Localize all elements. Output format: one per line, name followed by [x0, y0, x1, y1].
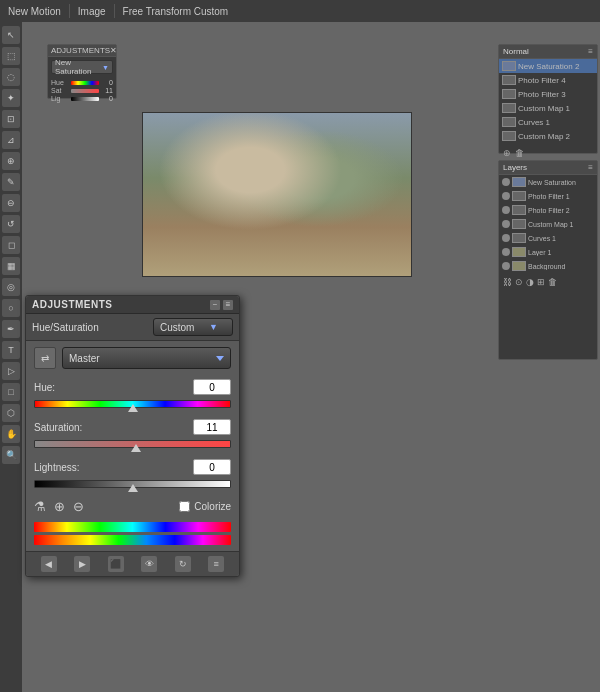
hue-label: Hue:	[34, 382, 55, 393]
gradient-tool[interactable]: ▦	[2, 257, 20, 275]
link-layers-icon[interactable]: ⛓	[503, 277, 512, 287]
adj-small-dropdown[interactable]: New Saturation ▼	[51, 60, 113, 74]
layer-name-5: Curves 1	[528, 235, 594, 242]
adj-panel-minimize[interactable]: −	[210, 300, 220, 310]
history-label-5: Curves 1	[518, 118, 594, 127]
eraser-tool[interactable]: ◻	[2, 236, 20, 254]
history-label-6: Custom Map 2	[518, 132, 594, 141]
path-selection-tool[interactable]: ▷	[2, 362, 20, 380]
layer-thumb-main	[512, 247, 526, 257]
right-panel-top-controls[interactable]: ≡	[588, 47, 593, 56]
left-tool-panel: ↖ ⬚ ◌ ✦ ⊡ ⊿ ⊕ ✎ ⊖ ↺ ◻ ▦ ◎ ○ ✒ T ▷ □ ⬡ ✋ …	[0, 22, 22, 692]
type-tool[interactable]: T	[2, 341, 20, 359]
adj-small-close[interactable]: ✕	[110, 46, 117, 55]
light-thumb[interactable]	[128, 484, 138, 492]
adj-hue-sat-dropdown[interactable]: Custom ▼	[153, 318, 233, 336]
blur-tool[interactable]: ◎	[2, 278, 20, 296]
adj-small-sat-label: Sat	[51, 87, 69, 94]
adj-small-sat-track[interactable]	[71, 89, 99, 93]
hue-value-input[interactable]: 0	[193, 379, 231, 395]
new-layer-icon[interactable]: ⊞	[537, 277, 545, 287]
history-row-5[interactable]: Curves 1	[499, 115, 597, 129]
layers-controls[interactable]: ≡	[588, 163, 593, 172]
3d-tool[interactable]: ⬡	[2, 404, 20, 422]
layer-eye-2[interactable]	[502, 192, 510, 200]
panel-delete-icon[interactable]: 🗑	[515, 148, 524, 158]
hue-thumb[interactable]	[128, 404, 138, 412]
layer-adjustment-5[interactable]: Curves 1	[499, 231, 597, 245]
adj-expand-button[interactable]: ⬛	[108, 556, 124, 572]
marquee-tool[interactable]: ⬚	[2, 47, 20, 65]
layer-eye-bg[interactable]	[502, 262, 510, 270]
hand-tool[interactable]: ✋	[2, 425, 20, 443]
adj-small-light-track[interactable]	[71, 97, 99, 101]
eyedropper-subtract-icon[interactable]: ⊖	[73, 499, 84, 514]
colorize-checkbox[interactable]	[179, 501, 190, 512]
magic-wand-tool[interactable]: ✦	[2, 89, 20, 107]
layer-main[interactable]: Layer 1	[499, 245, 597, 259]
new-fill-icon[interactable]: ◑	[526, 277, 534, 287]
layer-background[interactable]: Background	[499, 259, 597, 273]
brush-tool[interactable]: ✎	[2, 173, 20, 191]
zoom-tool[interactable]: 🔍	[2, 446, 20, 464]
layer-adjustment-4[interactable]: Custom Map 1	[499, 217, 597, 231]
clone-stamp-tool[interactable]: ⊖	[2, 194, 20, 212]
panel-create-icon[interactable]: ⊕	[503, 148, 511, 158]
add-mask-icon[interactable]: ⊙	[515, 277, 523, 287]
layer-adjustment-1[interactable]: New Saturation	[499, 175, 597, 189]
menu-image[interactable]: Image	[74, 5, 110, 18]
eyedropper-tool[interactable]: ⊿	[2, 131, 20, 149]
eyedropper-row: ⚗ ⊕ ⊖ Colorize	[34, 499, 231, 514]
menu-new-motion[interactable]: New Motion	[4, 5, 65, 18]
layer-eye-3[interactable]	[502, 206, 510, 214]
sat-thumb[interactable]	[131, 444, 141, 452]
adj-menu-button[interactable]: ≡	[208, 556, 224, 572]
right-panel-top-header: Normal ≡	[499, 45, 597, 59]
shape-tool[interactable]: □	[2, 383, 20, 401]
hue-track-container	[34, 397, 231, 411]
history-row-1[interactable]: New Saturation 2	[499, 59, 597, 73]
eyedropper-sample-icon[interactable]: ⚗	[34, 499, 46, 514]
adj-panel-bottom-toolbar: ◀ ▶ ⬛ 👁 ↻ ≡	[26, 551, 239, 576]
layer-eye-4[interactable]	[502, 220, 510, 228]
eyedropper-add-icon[interactable]: ⊕	[54, 499, 65, 514]
adj-prev-button[interactable]: ◀	[41, 556, 57, 572]
history-label-3: Photo Filter 3	[518, 90, 594, 99]
lightness-value-input[interactable]: 0	[193, 459, 231, 475]
spot-heal-tool[interactable]: ⊕	[2, 152, 20, 170]
history-row-2[interactable]: Photo Filter 4	[499, 73, 597, 87]
history-row-4[interactable]: Custom Map 1	[499, 101, 597, 115]
history-row-3[interactable]: Photo Filter 3	[499, 87, 597, 101]
master-dropdown[interactable]: Master	[62, 347, 231, 369]
adj-visibility-button[interactable]: 👁	[141, 556, 157, 572]
channel-icon[interactable]: ⇄	[34, 347, 56, 369]
lasso-tool[interactable]: ◌	[2, 68, 20, 86]
layer-adjustment-2[interactable]: Photo Filter 1	[499, 189, 597, 203]
move-tool[interactable]: ↖	[2, 26, 20, 44]
delete-layer-icon[interactable]: 🗑	[548, 277, 557, 287]
menu-free-transform[interactable]: Free Transform Custom	[119, 5, 233, 18]
layer-eye-1[interactable]	[502, 178, 510, 186]
adj-small-hue-track[interactable]	[71, 81, 99, 85]
master-row: ⇄ Master	[34, 347, 231, 369]
layer-eye-main[interactable]	[502, 248, 510, 256]
history-row-6[interactable]: Custom Map 2	[499, 129, 597, 143]
layer-thumb-1	[512, 177, 526, 187]
history-thumb-6	[502, 131, 516, 141]
pen-tool[interactable]: ✒	[2, 320, 20, 338]
adj-next-button[interactable]: ▶	[74, 556, 90, 572]
adj-small-hue-label: Hue	[51, 79, 69, 86]
main-image	[142, 112, 412, 277]
history-brush-tool[interactable]: ↺	[2, 215, 20, 233]
right-panel-top-title: Normal	[503, 47, 529, 56]
saturation-value-input[interactable]: 11	[193, 419, 231, 435]
adj-panel-menu[interactable]: ≡	[223, 300, 233, 310]
adjustments-panel: ADJUSTMENTS − ≡ Hue/Saturation Custom ▼ …	[25, 295, 240, 577]
layer-adjustment-3[interactable]: Photo Filter 2	[499, 203, 597, 217]
layer-thumb-bg	[512, 261, 526, 271]
layer-eye-5[interactable]	[502, 234, 510, 242]
adj-rotate-button[interactable]: ↻	[175, 556, 191, 572]
crop-tool[interactable]: ⊡	[2, 110, 20, 128]
light-track-container	[34, 477, 231, 491]
dodge-tool[interactable]: ○	[2, 299, 20, 317]
